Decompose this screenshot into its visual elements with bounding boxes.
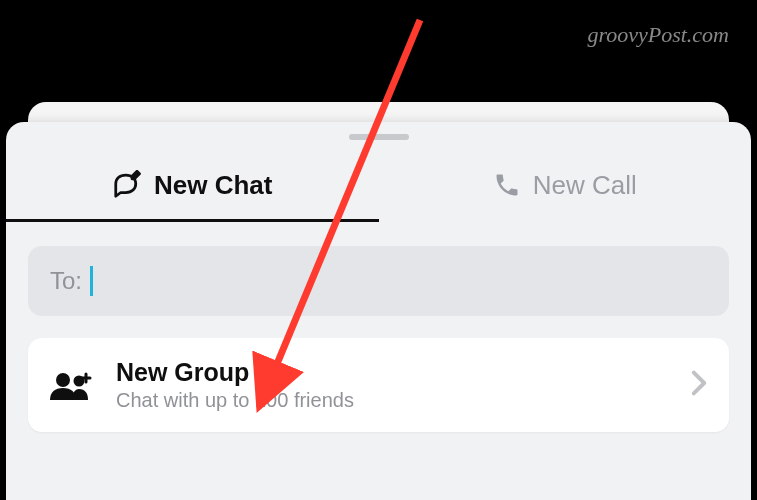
group-title: New Group	[116, 358, 673, 387]
text-cursor	[90, 266, 93, 296]
watermark-text: groovyPost.com	[587, 22, 729, 48]
tab-new-chat-label: New Chat	[154, 170, 272, 201]
to-label: To:	[50, 267, 82, 295]
to-field-container[interactable]: To:	[28, 246, 729, 316]
chevron-right-icon	[691, 370, 707, 400]
phone-icon	[493, 171, 521, 199]
svg-point-0	[56, 373, 70, 387]
tab-bar: New Chat New Call	[6, 148, 751, 222]
bottom-sheet-panel: New Chat New Call To: New Gr	[6, 122, 751, 500]
tab-new-call-label: New Call	[533, 170, 637, 201]
new-group-item[interactable]: New Group Chat with up to 200 friends	[28, 338, 729, 432]
group-add-icon	[50, 368, 98, 402]
tab-new-chat[interactable]: New Chat	[6, 148, 379, 222]
sheet-grabber-handle[interactable]	[349, 134, 409, 140]
tab-new-call[interactable]: New Call	[379, 148, 752, 222]
to-input[interactable]	[101, 267, 707, 295]
group-subtitle: Chat with up to 200 friends	[116, 389, 673, 412]
chat-icon	[112, 170, 142, 200]
group-text-block: New Group Chat with up to 200 friends	[116, 358, 673, 412]
